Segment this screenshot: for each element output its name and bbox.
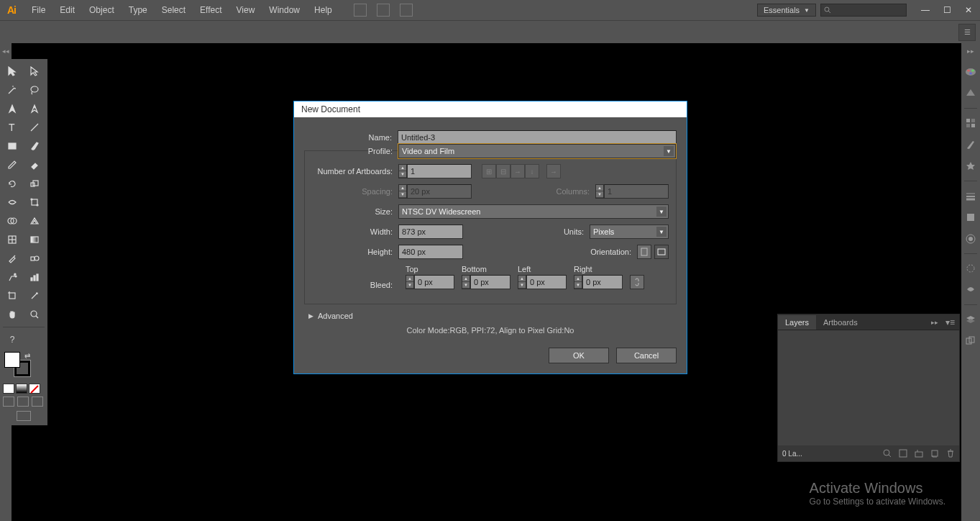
libraries-panel-icon[interactable]: [963, 283, 978, 297]
artboards-panel-icon[interactable]: [963, 334, 978, 348]
bleed-bottom-input[interactable]: [470, 275, 510, 289]
pen-tool[interactable]: [3, 101, 22, 117]
gradient-mode-button[interactable]: [16, 384, 27, 394]
menu-object[interactable]: Object: [82, 5, 122, 15]
arrange-row-icon[interactable]: →: [510, 164, 525, 178]
profile-select[interactable]: Video and Film ▼: [398, 144, 676, 158]
create-sublayer-icon[interactable]: [915, 449, 923, 458]
cancel-button[interactable]: Cancel: [616, 348, 677, 363]
fill-stroke-swatch[interactable]: ⇄: [4, 352, 30, 376]
collapse-dock-icon[interactable]: ◂◂: [2, 47, 9, 55]
window-maximize-button[interactable]: ☐: [940, 4, 954, 16]
swap-fill-stroke-icon[interactable]: ⇄: [24, 352, 30, 360]
menu-window[interactable]: Window: [262, 5, 307, 15]
bridge-icon[interactable]: [354, 4, 367, 17]
bleed-top-input[interactable]: [414, 275, 454, 289]
width-tool[interactable]: [3, 194, 22, 210]
help-tool[interactable]: ?: [3, 332, 22, 348]
symbols-panel-icon[interactable]: [963, 159, 978, 173]
mesh-tool[interactable]: [3, 232, 22, 248]
layers-panel-icon[interactable]: [963, 312, 978, 327]
screen-mode-button[interactable]: [17, 411, 31, 421]
columns-stepper[interactable]: ▲▼: [595, 184, 604, 199]
panel-menu-icon[interactable]: ▾≡: [941, 317, 959, 327]
rectangle-tool[interactable]: [3, 138, 22, 154]
draw-behind-button[interactable]: [17, 397, 29, 407]
arrange-documents-icon[interactable]: [377, 4, 390, 17]
artboards-input[interactable]: [407, 164, 472, 178]
spacing-stepper[interactable]: ▲▼: [398, 184, 407, 199]
none-mode-button[interactable]: [29, 384, 40, 394]
draw-inside-button[interactable]: [32, 397, 43, 407]
tab-artboards[interactable]: Artboards: [816, 315, 865, 330]
grid-by-col-icon[interactable]: ⊟: [496, 164, 510, 178]
direct-selection-tool[interactable]: [25, 63, 44, 79]
appearance-panel-icon[interactable]: [963, 232, 978, 246]
menu-type[interactable]: Type: [122, 5, 155, 15]
stroke-panel-icon[interactable]: [963, 189, 978, 203]
swatches-panel-icon[interactable]: [963, 116, 978, 130]
bleed-top-stepper[interactable]: ▲▼: [406, 275, 414, 289]
draw-normal-button[interactable]: [3, 397, 14, 407]
graphic-styles-panel-icon[interactable]: [963, 261, 978, 276]
locate-object-icon[interactable]: [883, 449, 892, 458]
free-transform-tool[interactable]: [25, 194, 44, 210]
gradient-tool[interactable]: [25, 232, 44, 248]
artboard-tool[interactable]: [3, 288, 22, 304]
type-tool[interactable]: T: [3, 119, 22, 135]
create-new-layer-icon[interactable]: [930, 449, 939, 458]
bleed-right-stepper[interactable]: ▲▼: [574, 275, 582, 289]
selection-tool[interactable]: [3, 63, 22, 79]
eyedropper-tool[interactable]: [3, 250, 22, 266]
shape-builder-tool[interactable]: [3, 213, 22, 229]
perspective-grid-tool[interactable]: [25, 213, 44, 229]
rotate-tool[interactable]: [3, 176, 22, 191]
orientation-landscape-button[interactable]: [654, 245, 669, 259]
artboards-stepper[interactable]: ▲▼: [398, 164, 407, 178]
height-input[interactable]: [398, 245, 463, 259]
zoom-tool[interactable]: [25, 307, 44, 322]
pencil-tool[interactable]: [3, 157, 22, 173]
width-input[interactable]: [398, 225, 463, 239]
line-segment-tool[interactable]: [25, 119, 44, 135]
color-panel-icon[interactable]: [963, 65, 978, 79]
search-input[interactable]: [820, 4, 907, 17]
menu-file[interactable]: File: [24, 5, 52, 15]
bleed-left-input[interactable]: [526, 275, 567, 289]
tab-layers[interactable]: Layers: [778, 315, 816, 330]
paintbrush-tool[interactable]: [25, 138, 44, 154]
delete-layer-icon[interactable]: [946, 449, 955, 458]
color-guide-panel-icon[interactable]: [963, 86, 978, 101]
panel-collapse-icon[interactable]: ▸▸: [928, 319, 941, 326]
link-bleed-icon[interactable]: [630, 275, 644, 289]
column-graph-tool[interactable]: [25, 269, 44, 285]
menu-help[interactable]: Help: [307, 5, 339, 15]
scale-tool[interactable]: [25, 176, 44, 191]
size-select[interactable]: NTSC DV Widescreen ▼: [398, 204, 669, 219]
blend-tool[interactable]: [25, 250, 44, 266]
orientation-portrait-button[interactable]: [637, 245, 651, 259]
menu-select[interactable]: Select: [155, 5, 193, 15]
brushes-panel-icon[interactable]: [963, 137, 978, 152]
rtl-icon[interactable]: →: [546, 164, 561, 178]
fill-swatch[interactable]: [4, 352, 20, 368]
magic-wand-tool[interactable]: [3, 82, 22, 98]
bleed-bottom-stepper[interactable]: ▲▼: [462, 275, 470, 289]
lasso-tool[interactable]: [25, 82, 44, 98]
advanced-toggle[interactable]: ▶ Advanced: [308, 312, 677, 320]
eraser-tool[interactable]: [25, 157, 44, 173]
menu-effect[interactable]: Effect: [193, 5, 229, 15]
ok-button[interactable]: OK: [549, 348, 609, 363]
symbol-sprayer-tool[interactable]: [3, 269, 22, 285]
window-minimize-button[interactable]: —: [918, 4, 933, 16]
collapse-right-dock-icon[interactable]: ▸▸: [967, 47, 974, 55]
bleed-left-stepper[interactable]: ▲▼: [518, 275, 526, 289]
control-bar-menu-icon[interactable]: ☰: [958, 24, 976, 41]
window-close-button[interactable]: ✕: [961, 4, 976, 16]
units-select[interactable]: Pixels ▼: [590, 225, 669, 239]
color-mode-button[interactable]: [3, 384, 14, 394]
curvature-tool[interactable]: [25, 101, 44, 117]
sync-settings-icon[interactable]: [400, 4, 413, 17]
transparency-panel-icon[interactable]: [963, 210, 978, 225]
grid-by-row-icon[interactable]: ⊞: [482, 164, 496, 178]
